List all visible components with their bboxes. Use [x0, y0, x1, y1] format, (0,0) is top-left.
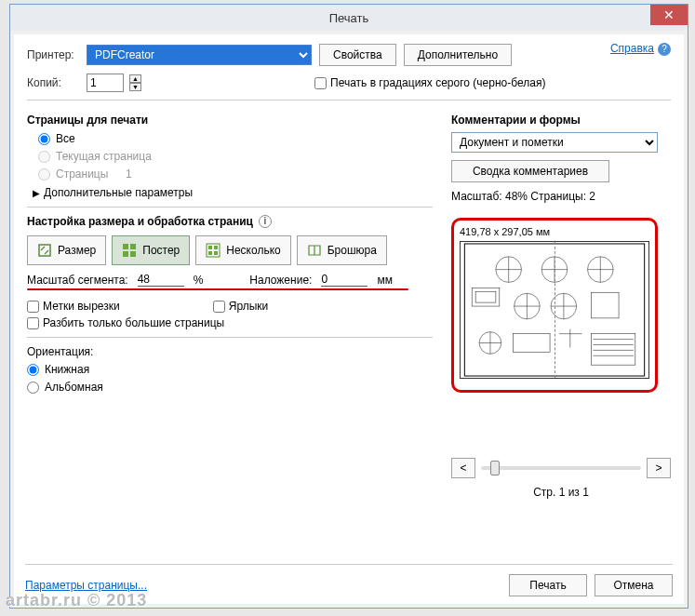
print-dialog: Печать ✕ Справка? Принтер: PDFCreator Св…	[9, 4, 688, 609]
toggle-size[interactable]: Размер	[27, 235, 106, 265]
dialog-footer: Параметры страницы... Печать Отмена	[25, 564, 673, 596]
labels-checkbox[interactable]	[213, 301, 225, 313]
preview-dimensions: 419,78 x 297,05 мм	[460, 226, 649, 237]
svg-rect-7	[214, 246, 218, 249]
pages-value: 1	[126, 167, 132, 181]
advanced-button[interactable]: Дополнительно	[404, 44, 512, 66]
printer-row: Принтер: PDFCreator Свойства Дополнитель…	[27, 44, 671, 66]
tile-large-label: Разбить только большие страницы	[43, 316, 224, 329]
segment-scale-input[interactable]	[138, 273, 184, 287]
preview-scale-text: Масштаб: 48% Страницы: 2	[451, 190, 671, 203]
help-icon: ?	[658, 43, 671, 56]
spinner-up-icon[interactable]: ▲	[129, 74, 141, 83]
svg-rect-3	[123, 251, 128, 257]
radio-current	[38, 151, 50, 163]
radio-portrait[interactable]	[27, 364, 39, 376]
svg-rect-6	[208, 246, 212, 249]
next-page-button[interactable]: >	[647, 458, 671, 478]
multiple-icon	[206, 243, 221, 258]
svg-rect-4	[130, 251, 136, 257]
radio-all-label: Все	[56, 132, 75, 145]
help-link[interactable]: Справка?	[610, 42, 671, 56]
copies-spinner[interactable]: ▲▼	[129, 74, 141, 91]
svg-rect-0	[39, 245, 50, 256]
overlap-input[interactable]	[321, 273, 368, 287]
preview-annotation-box: 419,78 x 297,05 мм	[451, 218, 658, 393]
print-button[interactable]: Печать	[509, 574, 587, 596]
toggle-poster[interactable]: Постер	[112, 235, 190, 265]
radio-portrait-label: Книжная	[45, 363, 89, 376]
svg-rect-8	[208, 251, 212, 255]
cut-marks-label: Метки вырезки	[43, 300, 120, 313]
toggle-booklet[interactable]: Брошюра	[297, 235, 387, 265]
triangle-right-icon: ▶	[33, 188, 40, 198]
cancel-button[interactable]: Отмена	[595, 574, 673, 596]
properties-button[interactable]: Свойства	[319, 44, 396, 66]
left-column: Страницы для печати Все Текущая страница…	[27, 108, 433, 499]
more-options-label: Дополнительные параметры	[44, 186, 193, 199]
pages-to-print-title: Страницы для печати	[27, 114, 433, 127]
svg-rect-9	[214, 251, 218, 255]
radio-pages	[38, 168, 50, 181]
copies-row: Копий: ▲▼ Печать в градациях серого (чер…	[27, 74, 671, 92]
summarize-comments-button[interactable]: Сводка комментариев	[451, 160, 609, 182]
comments-forms-select[interactable]: Документ и пометки	[451, 132, 658, 153]
red-underline-annotation	[27, 288, 408, 290]
grayscale-label: Печать в градациях серого (черно-белая)	[330, 76, 545, 89]
page-setup-link[interactable]: Параметры страницы...	[25, 579, 147, 592]
copies-input[interactable]	[87, 74, 124, 92]
printer-label: Принтер:	[27, 48, 79, 61]
slider-thumb[interactable]	[490, 461, 500, 475]
tile-large-checkbox[interactable]	[27, 317, 39, 329]
printer-select[interactable]: PDFCreator	[87, 45, 312, 65]
toggle-multiple[interactable]: Несколько	[195, 235, 290, 265]
close-button[interactable]: ✕	[650, 5, 688, 25]
help-link-text: Справка	[610, 42, 654, 55]
page-indicator: Стр. 1 из 1	[451, 486, 671, 499]
booklet-icon	[307, 243, 322, 258]
preview-thumbnail	[460, 241, 649, 379]
size-handling-toggles: Размер Постер Несколько Брошюра	[27, 235, 433, 265]
poster-icon	[122, 243, 137, 258]
scale-overlap-row: Масштаб сегмента: % Наложение: мм	[27, 273, 433, 287]
spinner-down-icon[interactable]: ▼	[129, 83, 141, 91]
overlap-label: Наложение:	[249, 274, 312, 287]
orientation-section: Ориентация: Книжная Альбомная	[27, 345, 433, 394]
preview-slider[interactable]	[481, 466, 641, 470]
radio-landscape-label: Альбомная	[45, 381, 103, 394]
more-options-expander[interactable]: ▶Дополнительные параметры	[33, 186, 433, 199]
svg-rect-1	[123, 244, 128, 249]
radio-landscape[interactable]	[27, 382, 39, 394]
size-handling-title: Настройка размера и обработка страниц i	[27, 215, 433, 228]
window-title: Печать	[10, 11, 688, 25]
prev-page-button[interactable]: <	[451, 458, 475, 478]
info-icon[interactable]: i	[259, 215, 272, 228]
dialog-content: Справка? Принтер: PDFCreator Свойства До…	[14, 34, 684, 604]
radio-all[interactable]	[38, 133, 50, 145]
svg-rect-2	[130, 244, 136, 249]
right-column: Комментарии и формы Документ и пометки С…	[451, 108, 671, 499]
radio-current-label: Текущая страница	[56, 150, 152, 163]
segment-scale-label: Масштаб сегмента:	[27, 274, 128, 287]
radio-pages-label: Страницы	[56, 167, 108, 181]
labels-label: Ярлыки	[229, 300, 269, 313]
comments-forms-title: Комментарии и формы	[451, 114, 671, 127]
cut-marks-checkbox[interactable]	[27, 301, 39, 313]
grayscale-checkbox[interactable]	[314, 77, 327, 89]
copies-label: Копий:	[27, 76, 79, 89]
size-icon	[37, 243, 52, 258]
titlebar: Печать ✕	[10, 5, 688, 31]
orientation-title: Ориентация:	[27, 345, 433, 358]
grayscale-row: Печать в градациях серого (черно-белая)	[314, 76, 545, 89]
preview-nav: < >	[451, 458, 671, 478]
